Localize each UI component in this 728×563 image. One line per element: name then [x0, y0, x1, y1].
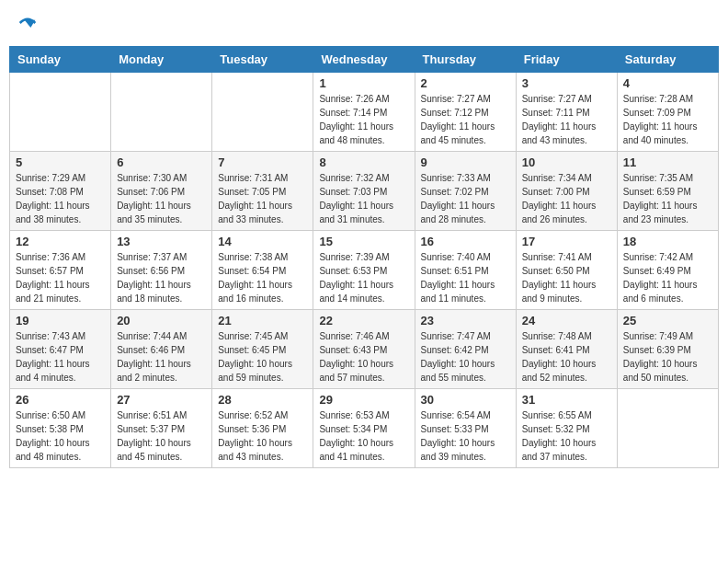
day-info: Sunrise: 7:30 AMSunset: 7:06 PMDaylight:…	[117, 171, 206, 226]
day-info: Sunrise: 7:29 AMSunset: 7:08 PMDaylight:…	[16, 171, 105, 226]
day-info: Sunrise: 7:32 AMSunset: 7:03 PMDaylight:…	[319, 171, 408, 226]
day-info: Sunrise: 7:47 AMSunset: 6:42 PMDaylight:…	[421, 329, 510, 385]
calendar-cell: 28Sunrise: 6:52 AMSunset: 5:36 PMDayligh…	[212, 389, 313, 468]
day-info: Sunrise: 7:42 AMSunset: 6:49 PMDaylight:…	[623, 250, 712, 305]
day-number: 25	[623, 314, 712, 327]
day-number: 6	[117, 155, 206, 169]
calendar-cell: 7Sunrise: 7:31 AMSunset: 7:05 PMDaylight…	[212, 152, 313, 231]
calendar-cell	[10, 73, 111, 152]
day-number: 19	[16, 314, 105, 327]
calendar-cell: 2Sunrise: 7:27 AMSunset: 7:12 PMDaylight…	[415, 73, 516, 152]
day-info: Sunrise: 7:45 AMSunset: 6:45 PMDaylight:…	[218, 329, 307, 385]
day-number: 11	[623, 155, 712, 169]
calendar-cell: 21Sunrise: 7:45 AMSunset: 6:45 PMDayligh…	[212, 310, 313, 389]
day-info: Sunrise: 6:52 AMSunset: 5:36 PMDaylight:…	[218, 408, 307, 464]
day-info: Sunrise: 7:31 AMSunset: 7:05 PMDaylight:…	[218, 171, 307, 226]
weekday-header-monday: Monday	[111, 47, 212, 73]
day-number: 24	[522, 314, 611, 327]
day-number: 14	[218, 235, 307, 248]
page-header	[9, 9, 719, 37]
day-info: Sunrise: 6:53 AMSunset: 5:34 PMDaylight:…	[319, 408, 408, 464]
day-info: Sunrise: 7:34 AMSunset: 7:00 PMDaylight:…	[522, 171, 611, 226]
logo-icon	[18, 14, 37, 32]
week-row-1: 1Sunrise: 7:26 AMSunset: 7:14 PMDaylight…	[10, 73, 719, 152]
calendar-cell: 30Sunrise: 6:54 AMSunset: 5:33 PMDayligh…	[415, 389, 516, 468]
weekday-header-sunday: Sunday	[10, 47, 111, 73]
calendar-cell: 8Sunrise: 7:32 AMSunset: 7:03 PMDaylight…	[313, 152, 415, 231]
day-number: 3	[522, 76, 611, 90]
calendar: SundayMondayTuesdayWednesdayThursdayFrid…	[9, 46, 719, 468]
calendar-cell: 18Sunrise: 7:42 AMSunset: 6:49 PMDayligh…	[617, 231, 718, 310]
calendar-cell: 29Sunrise: 6:53 AMSunset: 5:34 PMDayligh…	[313, 389, 415, 468]
day-number: 16	[421, 235, 510, 248]
day-number: 12	[16, 235, 105, 248]
day-number: 2	[421, 76, 510, 90]
day-info: Sunrise: 6:54 AMSunset: 5:33 PMDaylight:…	[421, 408, 510, 464]
day-info: Sunrise: 7:40 AMSunset: 6:51 PMDaylight:…	[421, 250, 510, 305]
calendar-cell: 23Sunrise: 7:47 AMSunset: 6:42 PMDayligh…	[415, 310, 516, 389]
calendar-cell: 1Sunrise: 7:26 AMSunset: 7:14 PMDaylight…	[313, 73, 415, 152]
day-info: Sunrise: 6:55 AMSunset: 5:32 PMDaylight:…	[522, 408, 611, 464]
day-info: Sunrise: 7:48 AMSunset: 6:41 PMDaylight:…	[522, 329, 611, 385]
weekday-header-row: SundayMondayTuesdayWednesdayThursdayFrid…	[10, 47, 719, 73]
calendar-cell: 31Sunrise: 6:55 AMSunset: 5:32 PMDayligh…	[516, 389, 617, 468]
weekday-header-thursday: Thursday	[415, 47, 516, 73]
calendar-cell: 24Sunrise: 7:48 AMSunset: 6:41 PMDayligh…	[516, 310, 617, 389]
calendar-cell: 16Sunrise: 7:40 AMSunset: 6:51 PMDayligh…	[415, 231, 516, 310]
calendar-cell: 4Sunrise: 7:28 AMSunset: 7:09 PMDaylight…	[617, 73, 718, 152]
day-number: 9	[421, 155, 510, 169]
logo	[18, 14, 40, 32]
day-info: Sunrise: 7:39 AMSunset: 6:53 PMDaylight:…	[319, 250, 408, 305]
calendar-cell: 11Sunrise: 7:35 AMSunset: 6:59 PMDayligh…	[617, 152, 718, 231]
day-number: 8	[319, 155, 408, 169]
week-row-2: 5Sunrise: 7:29 AMSunset: 7:08 PMDaylight…	[10, 152, 719, 231]
calendar-cell	[111, 73, 212, 152]
day-info: Sunrise: 7:46 AMSunset: 6:43 PMDaylight:…	[319, 329, 408, 385]
calendar-cell: 5Sunrise: 7:29 AMSunset: 7:08 PMDaylight…	[10, 152, 111, 231]
calendar-cell: 19Sunrise: 7:43 AMSunset: 6:47 PMDayligh…	[10, 310, 111, 389]
calendar-cell: 10Sunrise: 7:34 AMSunset: 7:00 PMDayligh…	[516, 152, 617, 231]
day-number: 17	[522, 235, 611, 248]
calendar-cell: 14Sunrise: 7:38 AMSunset: 6:54 PMDayligh…	[212, 231, 313, 310]
day-number: 15	[319, 235, 408, 248]
day-info: Sunrise: 7:38 AMSunset: 6:54 PMDaylight:…	[218, 250, 307, 305]
calendar-cell: 12Sunrise: 7:36 AMSunset: 6:57 PMDayligh…	[10, 231, 111, 310]
day-info: Sunrise: 7:33 AMSunset: 7:02 PMDaylight:…	[421, 171, 510, 226]
calendar-cell	[212, 73, 313, 152]
calendar-cell: 26Sunrise: 6:50 AMSunset: 5:38 PMDayligh…	[10, 389, 111, 468]
calendar-cell: 22Sunrise: 7:46 AMSunset: 6:43 PMDayligh…	[313, 310, 415, 389]
calendar-cell: 17Sunrise: 7:41 AMSunset: 6:50 PMDayligh…	[516, 231, 617, 310]
day-number: 13	[117, 235, 206, 248]
day-number: 10	[522, 155, 611, 169]
day-number: 28	[218, 393, 307, 407]
calendar-cell: 15Sunrise: 7:39 AMSunset: 6:53 PMDayligh…	[313, 231, 415, 310]
day-info: Sunrise: 7:27 AMSunset: 7:11 PMDaylight:…	[522, 92, 611, 147]
day-number: 7	[218, 155, 307, 169]
calendar-cell: 9Sunrise: 7:33 AMSunset: 7:02 PMDaylight…	[415, 152, 516, 231]
calendar-cell	[617, 389, 718, 468]
day-number: 22	[319, 314, 408, 327]
day-info: Sunrise: 7:37 AMSunset: 6:56 PMDaylight:…	[117, 250, 206, 305]
day-number: 5	[16, 155, 105, 169]
day-number: 20	[117, 314, 206, 327]
day-number: 29	[319, 393, 408, 407]
day-number: 1	[319, 76, 408, 90]
week-row-4: 19Sunrise: 7:43 AMSunset: 6:47 PMDayligh…	[10, 310, 719, 389]
day-info: Sunrise: 6:50 AMSunset: 5:38 PMDaylight:…	[16, 408, 105, 464]
week-row-3: 12Sunrise: 7:36 AMSunset: 6:57 PMDayligh…	[10, 231, 719, 310]
weekday-header-wednesday: Wednesday	[313, 47, 415, 73]
day-number: 18	[623, 235, 712, 248]
day-info: Sunrise: 7:43 AMSunset: 6:47 PMDaylight:…	[16, 329, 105, 385]
day-number: 23	[421, 314, 510, 327]
day-info: Sunrise: 7:41 AMSunset: 6:50 PMDaylight:…	[522, 250, 611, 305]
calendar-cell: 27Sunrise: 6:51 AMSunset: 5:37 PMDayligh…	[111, 389, 212, 468]
calendar-cell: 25Sunrise: 7:49 AMSunset: 6:39 PMDayligh…	[617, 310, 718, 389]
day-info: Sunrise: 7:26 AMSunset: 7:14 PMDaylight:…	[319, 92, 408, 147]
day-number: 31	[522, 393, 611, 407]
day-number: 21	[218, 314, 307, 327]
day-info: Sunrise: 7:44 AMSunset: 6:46 PMDaylight:…	[117, 329, 206, 385]
day-number: 27	[117, 393, 206, 407]
day-info: Sunrise: 7:49 AMSunset: 6:39 PMDaylight:…	[623, 329, 712, 385]
week-row-5: 26Sunrise: 6:50 AMSunset: 5:38 PMDayligh…	[10, 389, 719, 468]
day-info: Sunrise: 6:51 AMSunset: 5:37 PMDaylight:…	[117, 408, 206, 464]
